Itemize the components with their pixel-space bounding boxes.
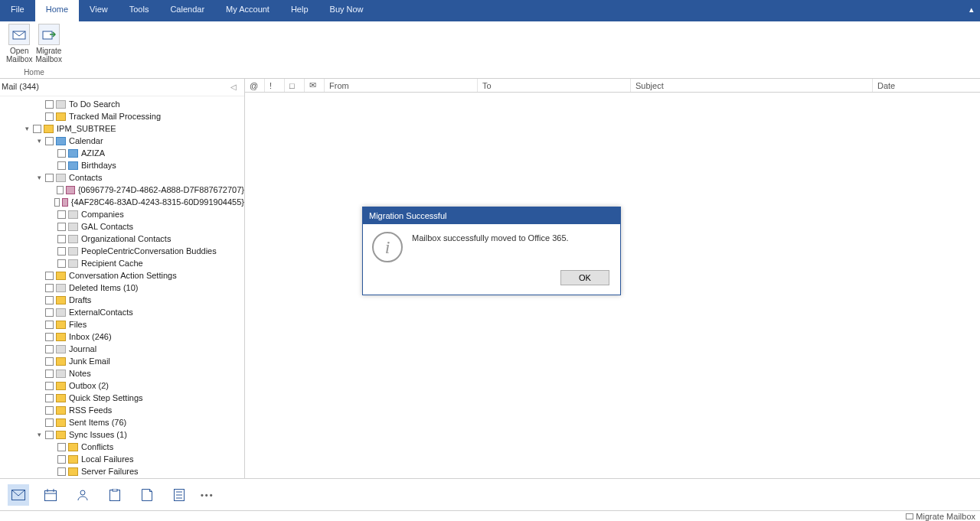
- tree-checkbox[interactable]: [45, 382, 54, 390]
- message-column-headers: @ ! □ ✉ From To Subject Date: [245, 79, 980, 93]
- tree-checkbox[interactable]: [45, 394, 54, 402]
- tree-item[interactable]: Birthdays: [0, 159, 244, 171]
- tree-checkbox[interactable]: [45, 272, 54, 280]
- menu-tab-view[interactable]: View: [79, 0, 119, 21]
- menu-tab-buy-now[interactable]: Buy Now: [319, 0, 374, 21]
- tree-item[interactable]: ▾Calendar: [0, 135, 244, 147]
- col-subject[interactable]: Subject: [631, 79, 873, 92]
- col-read[interactable]: □: [285, 79, 305, 92]
- tree-item-label: Companies: [81, 210, 124, 219]
- tree-item[interactable]: Quick Step Settings: [0, 392, 244, 404]
- tree-checkbox[interactable]: [45, 431, 54, 439]
- menu-tab-home[interactable]: Home: [35, 0, 79, 21]
- col-date[interactable]: Date: [873, 79, 980, 92]
- tree-item[interactable]: GAL Contacts: [0, 220, 244, 233]
- tree-item[interactable]: Junk Email: [0, 355, 244, 367]
- tree-item[interactable]: Sent Items (76): [0, 416, 244, 428]
- tree-checkbox[interactable]: [57, 247, 66, 256]
- tree-checkbox[interactable]: [45, 370, 54, 378]
- folder-tree[interactable]: To Do SearchTracked Mail Processing▾IPM_…: [0, 96, 244, 478]
- nav-contacts-icon[interactable]: [72, 484, 93, 506]
- tree-checkbox[interactable]: [45, 418, 54, 427]
- tree-checkbox[interactable]: [33, 125, 41, 133]
- migrate-mailbox-button[interactable]: Migrate Mailbox: [35, 24, 61, 63]
- tree-checkbox[interactable]: [54, 198, 60, 207]
- tree-item[interactable]: Local Failures: [0, 453, 244, 465]
- tree-item[interactable]: Files: [0, 318, 244, 331]
- menu-tab-tools[interactable]: Tools: [119, 0, 160, 21]
- tree-checkbox[interactable]: [45, 308, 54, 317]
- tree-item[interactable]: Journal: [0, 343, 244, 355]
- menu-tab-file[interactable]: File: [0, 0, 35, 21]
- tree-item[interactable]: Inbox (246): [0, 331, 244, 343]
- tree-checkbox[interactable]: [57, 149, 66, 158]
- tree-item[interactable]: Drafts: [0, 294, 244, 306]
- tree-item[interactable]: {0696779-274D-4862-A888-D7F887672707}: [0, 184, 244, 196]
- tree-item[interactable]: Organizational Contacts: [0, 233, 244, 245]
- tree-item[interactable]: ▾Contacts: [0, 171, 244, 184]
- tree-item[interactable]: Outbox (2): [0, 379, 244, 392]
- tree-checkbox[interactable]: [45, 284, 54, 292]
- tree-checkbox[interactable]: [45, 333, 54, 341]
- nav-mail-icon[interactable]: [8, 484, 29, 506]
- col-importance[interactable]: !: [265, 79, 285, 92]
- tree-checkbox[interactable]: [45, 100, 54, 109]
- menu-tab-calendar[interactable]: Calendar: [159, 0, 215, 21]
- tree-checkbox[interactable]: [57, 443, 66, 451]
- tree-item[interactable]: RSS Feeds: [0, 404, 244, 416]
- col-from[interactable]: From: [325, 79, 478, 92]
- folder-icon: [68, 455, 78, 464]
- collapse-icon[interactable]: ▾: [35, 431, 43, 438]
- tree-item[interactable]: AZIZA: [0, 147, 244, 159]
- tree-checkbox[interactable]: [57, 223, 66, 231]
- menu-tab-my-account[interactable]: My Account: [215, 0, 280, 21]
- tree-checkbox[interactable]: [45, 345, 54, 353]
- col-attachment[interactable]: @: [245, 79, 265, 92]
- tree-item[interactable]: Conversation Action Settings: [0, 269, 244, 282]
- tree-checkbox[interactable]: [57, 186, 64, 194]
- tree-item[interactable]: Deleted Items (10): [0, 282, 244, 294]
- tree-checkbox[interactable]: [45, 174, 54, 182]
- open-mailbox-button[interactable]: Open Mailbox: [6, 24, 32, 63]
- collapse-icon[interactable]: ▾: [35, 137, 43, 145]
- tree-checkbox[interactable]: [57, 467, 66, 476]
- tree-item[interactable]: ▾Sync Issues (1): [0, 428, 244, 441]
- sidebar-collapse-icon[interactable]: ◁: [230, 83, 241, 91]
- tree-item[interactable]: To Do Search: [0, 98, 244, 110]
- nav-notes-icon[interactable]: [136, 484, 158, 506]
- tree-item[interactable]: ExternalContacts: [0, 306, 244, 318]
- col-icon[interactable]: ✉: [305, 79, 325, 92]
- tree-item[interactable]: ▾IPM_SUBTREE: [0, 122, 244, 135]
- tree-checkbox[interactable]: [57, 161, 66, 170]
- collapse-icon[interactable]: ▾: [35, 174, 43, 181]
- collapse-icon[interactable]: ▾: [23, 125, 31, 132]
- nav-more-icon[interactable]: •••: [201, 490, 214, 500]
- nav-journal-icon[interactable]: [168, 484, 190, 506]
- tree-item[interactable]: Server Failures: [0, 465, 244, 477]
- tree-checkbox[interactable]: [45, 137, 54, 145]
- tree-checkbox[interactable]: [45, 406, 54, 415]
- tree-item[interactable]: {4AF28C46-83AD-4243-8315-60D991904455}: [0, 196, 244, 208]
- folder-icon: [56, 284, 66, 292]
- tree-item[interactable]: Companies: [0, 208, 244, 220]
- tree-checkbox[interactable]: [57, 235, 66, 243]
- tree-checkbox[interactable]: [45, 357, 54, 366]
- nav-calendar-icon[interactable]: [40, 484, 61, 506]
- tree-item[interactable]: PeopleCentricConversation Buddies: [0, 245, 244, 257]
- ok-button[interactable]: OK: [560, 270, 609, 285]
- tree-checkbox[interactable]: [57, 259, 66, 268]
- nav-tasks-icon[interactable]: [104, 484, 126, 506]
- tree-checkbox[interactable]: [45, 321, 54, 329]
- tree-item[interactable]: Notes: [0, 367, 244, 379]
- col-to[interactable]: To: [478, 79, 631, 92]
- menu-tab-help[interactable]: Help: [280, 0, 319, 21]
- tree-item[interactable]: Conflicts: [0, 441, 244, 453]
- tree-checkbox[interactable]: [57, 455, 66, 464]
- tree-item[interactable]: Tracked Mail Processing: [0, 110, 244, 122]
- tree-item[interactable]: Recipient Cache: [0, 257, 244, 269]
- tree-checkbox[interactable]: [45, 296, 54, 304]
- tree-checkbox[interactable]: [45, 112, 54, 121]
- ribbon-collapse-icon[interactable]: ▴: [963, 0, 980, 21]
- tree-item[interactable]: Tasks: [0, 477, 244, 478]
- tree-checkbox[interactable]: [57, 210, 66, 219]
